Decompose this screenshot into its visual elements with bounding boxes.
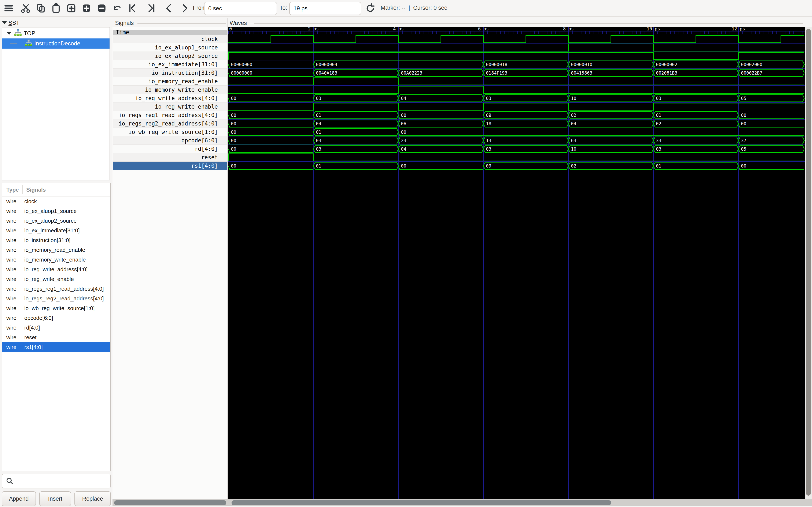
collapse-arrow-icon [2, 21, 7, 24]
to-input[interactable] [289, 2, 361, 15]
signal-name-row[interactable]: io_wb_reg_write_source[1:0] [113, 128, 227, 136]
sst-header[interactable]: SST [2, 18, 20, 27]
signal-name-row[interactable]: reset [113, 153, 227, 162]
step-right-button[interactable] [179, 2, 191, 14]
table-row[interactable]: wireio_ex_aluop2_source [2, 216, 110, 226]
append-button[interactable]: Append [2, 491, 36, 506]
module-hierarchy-icon [25, 40, 32, 48]
cut-button[interactable] [19, 2, 32, 14]
table-row[interactable]: wireio_ex_aluop1_source [2, 206, 110, 216]
step-left-button[interactable] [162, 2, 175, 14]
svg-text:00: 00 [401, 130, 406, 135]
panel-divider[interactable] [112, 18, 112, 507]
signal-type: wire [2, 247, 24, 253]
signals-column-header[interactable]: Signals [24, 186, 46, 193]
reload-button[interactable] [364, 2, 376, 14]
table-row[interactable]: wireio_instruction[31:0] [2, 235, 110, 245]
time-column-header[interactable]: Time [113, 30, 227, 35]
paste-button[interactable] [50, 2, 62, 14]
menu-button[interactable] [3, 2, 15, 14]
svg-text:00A02223: 00A02223 [401, 70, 422, 76]
signal-name-row[interactable]: io_ex_aluop2_source [113, 52, 227, 60]
table-row[interactable]: wireio_memory_write_enable [2, 255, 110, 265]
signal-name-row[interactable]: io_reg_write_address[4:0] [113, 94, 227, 103]
signal-name-row[interactable]: io_ex_aluop1_source [113, 43, 227, 52]
frame-line [254, 23, 803, 24]
table-row[interactable]: wirerd[4:0] [2, 323, 110, 333]
signal-name-row[interactable]: rs1[4:0] [113, 162, 227, 170]
svg-text:09: 09 [486, 113, 491, 118]
svg-text:0A: 0A [401, 121, 406, 126]
replace-button[interactable]: Replace [74, 491, 111, 506]
svg-text:02: 02 [571, 113, 576, 118]
table-row[interactable]: wireio_ex_immediate[31:0] [2, 226, 110, 235]
table-row[interactable]: wireopcode[6:0] [2, 313, 110, 323]
table-row[interactable]: wirereset [2, 333, 110, 342]
zoom-fit-button[interactable] [65, 2, 78, 14]
table-rows: wireclockwireio_ex_aluop1_sourcewireio_e… [2, 196, 110, 352]
table-row[interactable]: wireio_wb_reg_write_source[1:0] [2, 303, 110, 313]
svg-text:00: 00 [231, 113, 236, 118]
table-row[interactable]: wireio_regs_reg2_read_address[4:0] [2, 294, 110, 303]
svg-text:00: 00 [231, 164, 236, 169]
signal-name: reset [24, 334, 37, 341]
svg-text:04: 04 [401, 147, 406, 152]
signal-name: io_memory_read_enable [24, 247, 85, 253]
signal-name-row[interactable]: io_regs_reg2_read_address[4:0] [113, 119, 227, 128]
signal-name: rs1[4:0] [24, 344, 43, 350]
search-input[interactable] [14, 474, 110, 488]
signal-name-row[interactable]: io_regs_reg1_read_address[4:0] [113, 111, 227, 119]
frame-line [138, 23, 226, 24]
zoom-in-button[interactable] [80, 2, 93, 14]
svg-text:03: 03 [486, 96, 491, 101]
expander-icon[interactable] [7, 32, 11, 35]
svg-text:0: 0 [229, 27, 232, 32]
signal-name-row[interactable]: opcode[6:0] [113, 136, 227, 145]
table-row[interactable]: wirers1[4:0] [2, 342, 110, 352]
table-row[interactable]: wireio_reg_write_address[4:0] [2, 265, 110, 274]
undo-button[interactable] [111, 2, 123, 14]
waves-vertical-scrollbar[interactable] [805, 27, 812, 499]
svg-text:01: 01 [316, 113, 321, 118]
signal-name-row[interactable]: io_memory_read_enable [113, 77, 227, 86]
signal-name-row[interactable]: io_ex_immediate[31:0] [113, 60, 227, 69]
zoom-out-button[interactable] [96, 2, 108, 14]
tree-item-instructiondecode[interactable]: InstructionDecode [2, 39, 109, 49]
tree-item-top[interactable]: TOP [2, 28, 109, 39]
reload-icon [365, 3, 375, 13]
type-column-header[interactable]: Type [2, 186, 24, 193]
signal-name-row[interactable]: io_memory_write_enable [113, 86, 227, 94]
go-to-start-button[interactable] [126, 2, 139, 14]
table-row[interactable]: wireclock [2, 196, 110, 206]
wave-canvas[interactable]: 02 ps4 ps6 ps8 ps10 ps12 ps0000000000000… [228, 27, 805, 499]
insert-button[interactable]: Insert [39, 491, 71, 506]
svg-text:09: 09 [486, 164, 491, 169]
svg-text:8 ps: 8 ps [563, 27, 574, 32]
from-input[interactable] [204, 2, 277, 15]
scrollbar-thumb[interactable] [806, 29, 811, 496]
svg-text:01: 01 [316, 130, 321, 135]
svg-text:33: 33 [656, 138, 661, 143]
menu-icon [4, 3, 13, 13]
svg-text:12 ps: 12 ps [732, 27, 745, 32]
go-to-end-button[interactable] [145, 2, 157, 14]
table-row[interactable]: wireio_regs_reg1_read_address[4:0] [2, 284, 110, 294]
signal-name-row[interactable]: io_instruction[31:0] [113, 69, 227, 77]
copy-button[interactable] [35, 2, 47, 14]
svg-text:04: 04 [571, 121, 576, 126]
signal-name: io_regs_reg2_read_address[4:0] [24, 295, 104, 302]
signal-name: io_reg_write_enable [24, 276, 74, 282]
waveform-svg[interactable]: 02 ps4 ps6 ps8 ps10 ps12 ps0000000000000… [228, 27, 805, 499]
signals-hscrollbar-thumb[interactable] [114, 500, 226, 505]
svg-text:00000002: 00000002 [656, 62, 677, 67]
svg-text:03: 03 [316, 147, 321, 152]
svg-text:02: 02 [656, 121, 661, 126]
window-bottom-edge [0, 506, 812, 507]
signal-name-row[interactable]: rd[4:0] [113, 145, 227, 153]
table-row[interactable]: wireio_memory_read_enable [2, 245, 110, 255]
waves-hscrollbar-thumb[interactable] [232, 500, 611, 505]
table-row[interactable]: wireio_reg_write_enable [2, 274, 110, 284]
copy-icon [36, 3, 46, 13]
signal-name-row[interactable]: clock [113, 35, 227, 43]
signal-name-row[interactable]: io_reg_write_enable [113, 103, 227, 111]
